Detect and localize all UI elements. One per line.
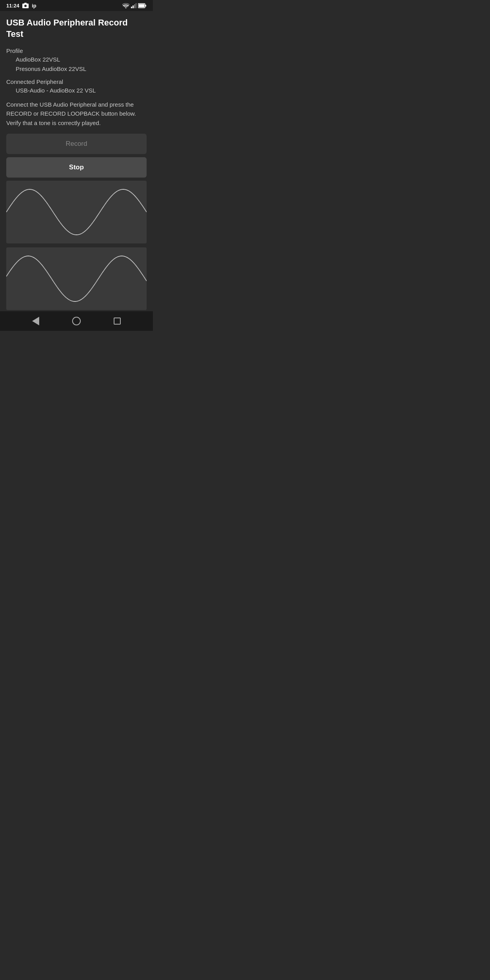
svg-rect-2 [24,3,27,4]
page-title: USB Audio Peripheral Record Test [6,17,147,40]
waveform-container [6,181,147,243]
svg-rect-8 [139,4,145,7]
stop-button[interactable]: Stop [6,157,147,178]
nav-recent-button[interactable] [114,318,121,325]
ip-label: ip [32,3,36,9]
profile-section: Profile AudioBox 22VSL Presonus AudioBox… [6,47,147,74]
nav-home-button[interactable] [72,317,81,325]
time-display: 11:24 [6,3,19,9]
waveform-canvas [6,181,147,243]
svg-rect-5 [134,4,135,8]
svg-rect-3 [131,7,132,8]
nav-back-button[interactable] [32,317,39,325]
svg-rect-4 [132,5,134,8]
wifi-icon [122,3,129,8]
home-icon [72,317,81,325]
waveform-canvas-2 [6,247,147,310]
instruction-text: Connect the USB Audio Peripheral and pre… [6,100,147,127]
status-right [122,3,147,8]
signal-icon [131,3,136,8]
connected-peripheral-label: Connected Peripheral [6,78,147,85]
profile-line1: AudioBox 22VSL [6,55,147,64]
battery-icon [138,3,147,8]
record-button[interactable]: Record [6,134,147,154]
svg-rect-9 [145,5,146,7]
photo-icon [22,3,29,8]
connected-peripheral-value: USB-Audio - AudioBox 22 VSL [6,86,147,95]
svg-point-1 [24,5,27,7]
status-bar: 11:24 ip [0,0,153,11]
status-left: 11:24 ip [6,3,36,9]
waveform-container-2 [6,247,147,310]
recent-icon [114,318,121,325]
profile-label: Profile [6,47,147,54]
main-content: USB Audio Peripheral Record Test Profile… [0,11,153,331]
back-icon [32,317,39,325]
nav-bar [0,311,153,331]
svg-rect-6 [136,3,136,8]
profile-line2: Presonus AudioBox 22VSL [6,64,147,74]
connected-peripheral-section: Connected Peripheral USB-Audio - AudioBo… [6,78,147,95]
